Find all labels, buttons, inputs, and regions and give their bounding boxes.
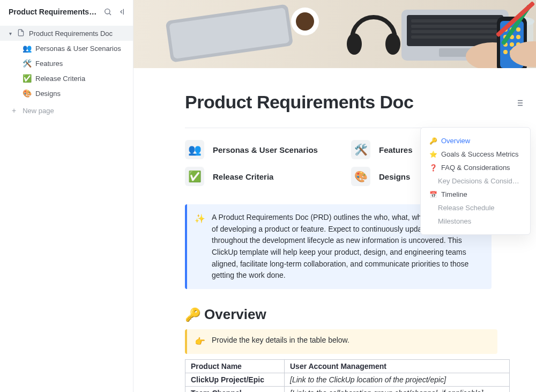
features-icon: 🛠️: [351, 140, 370, 159]
release-criteria-icon: ✅: [185, 167, 204, 186]
collapse-sidebar-icon[interactable]: [118, 7, 128, 17]
plus-icon: +: [12, 106, 16, 115]
table-row-label: Team Channel: [185, 386, 285, 392]
sidebar-item-label: Product Requirements Doc: [29, 29, 128, 38]
svg-point-32: [503, 50, 508, 54]
designs-icon: 🎨: [351, 167, 370, 186]
sparkles-icon: ✨: [195, 212, 205, 282]
calendar-icon: 📅: [429, 191, 437, 198]
overview-hint-callout: 👉 Provide the key details in the table b…: [185, 329, 497, 354]
toc-item-label: Timeline: [441, 190, 467, 198]
toc-item-label: Key Decisions & Consideratio...: [438, 177, 522, 185]
main-content: Product Requirements Doc 👥 Personas & Us…: [133, 0, 536, 392]
personas-icon: 👥: [23, 44, 31, 53]
toc-item-overview[interactable]: 🔑 Overview: [423, 134, 528, 147]
svg-point-28: [516, 35, 520, 39]
key-icon: 🔑: [185, 307, 201, 322]
outline-panel: 🔑 Overview ⭐ Goals & Success Metrics ❓ F…: [420, 127, 531, 235]
section-heading-overview: 🔑 Overview: [185, 306, 497, 323]
page-icon: [17, 29, 25, 38]
svg-point-8: [296, 12, 314, 31]
toc-item-label: Overview: [441, 137, 470, 145]
table-row: ClickUp Project/Epic [Link to the ClickU…: [185, 373, 510, 386]
svg-rect-15: [411, 30, 499, 33]
sidebar-item-root[interactable]: ▾ Product Requirements Doc: [0, 26, 133, 41]
svg-point-0: [105, 9, 110, 14]
svg-rect-14: [411, 25, 499, 28]
sidebar-item-label: Release Criteria: [35, 75, 128, 83]
table-row-label: Product Name: [185, 359, 285, 373]
new-page-label: New page: [23, 107, 54, 115]
features-icon: 🛠️: [23, 59, 31, 68]
svg-point-10: [385, 33, 400, 55]
toc-item-label: Goals & Success Metrics: [441, 150, 519, 158]
toggle-outline-button[interactable]: [515, 98, 524, 109]
section-heading-text: Overview: [204, 306, 266, 323]
sidebar-item-label: Personas & User Scenarios: [35, 45, 128, 53]
table-row: Product Name User Account Management: [185, 359, 510, 373]
toc-item-key-decisions[interactable]: Key Decisions & Consideratio...: [423, 174, 528, 188]
linked-page-label: Personas & User Scenarios: [213, 145, 318, 154]
designs-icon: 🎨: [23, 89, 31, 98]
release-criteria-icon: ✅: [23, 74, 31, 83]
chevron-down-icon[interactable]: ▾: [8, 31, 13, 36]
sidebar-actions: [103, 7, 128, 17]
page-title: Product Requirements Doc: [185, 92, 497, 113]
sidebar-item-label: Designs: [35, 90, 128, 98]
svg-point-9: [347, 33, 362, 55]
sidebar-item-designs[interactable]: 🎨 Designs: [0, 86, 133, 101]
linked-page-label: Release Criteria: [213, 172, 273, 181]
question-icon: ❓: [429, 164, 437, 172]
toc-item-milestones[interactable]: Milestones: [423, 215, 528, 228]
hero-image: [133, 0, 536, 68]
sidebar-header: Product Requirements Doc: [0, 0, 133, 24]
app-root: Product Requirements Doc ▾: [0, 0, 536, 392]
sidebar-title: Product Requirements Doc: [9, 8, 99, 16]
new-page-button[interactable]: + New page: [0, 103, 133, 118]
linked-page-personas[interactable]: 👥 Personas & User Scenarios: [185, 140, 330, 159]
table-row-label: ClickUp Project/Epic: [185, 373, 285, 386]
svg-line-1: [109, 13, 111, 15]
svg-point-30: [510, 42, 514, 47]
linked-page-release-criteria[interactable]: ✅ Release Criteria: [185, 167, 330, 186]
sidebar-item-release-criteria[interactable]: ✅ Release Criteria: [0, 71, 133, 86]
svg-point-25: [516, 27, 520, 32]
svg-rect-16: [411, 35, 499, 39]
toc-item-faq[interactable]: ❓ FAQ & Considerations: [423, 161, 528, 174]
toc-item-label: Milestones: [438, 217, 471, 225]
star-icon: ⭐: [429, 151, 437, 158]
overview-table[interactable]: Product Name User Account Management Cli…: [185, 359, 510, 392]
personas-icon: 👥: [185, 140, 204, 159]
toc-item-label: Release Schedule: [438, 204, 495, 212]
table-row-value[interactable]: [Link to the collaboration group chat/ch…: [285, 386, 510, 392]
toc-item-release-schedule[interactable]: Release Schedule: [423, 201, 528, 215]
pointing-right-icon: 👉: [195, 335, 205, 349]
sidebar-item-features[interactable]: 🛠️ Features: [0, 56, 133, 71]
sidebar-tree: ▾ Product Requirements Doc 👥 Personas & …: [0, 24, 133, 118]
table-row: Team Channel [Link to the collaboration …: [185, 386, 510, 392]
svg-rect-13: [411, 19, 499, 23]
sidebar-item-personas[interactable]: 👥 Personas & User Scenarios: [0, 41, 133, 56]
key-icon: 🔑: [429, 137, 437, 145]
toc-item-timeline[interactable]: 📅 Timeline: [423, 188, 528, 201]
toc-item-goals[interactable]: ⭐ Goals & Success Metrics: [423, 147, 528, 161]
table-row-value[interactable]: [Link to the ClickUp location of the pro…: [285, 373, 510, 386]
toc-item-label: FAQ & Considerations: [441, 164, 510, 172]
search-icon[interactable]: [103, 7, 113, 17]
linked-page-label: Features: [379, 145, 413, 154]
sidebar: Product Requirements Doc ▾: [0, 0, 133, 392]
linked-page-label: Designs: [379, 172, 410, 181]
overview-hint-text: Provide the key details in the table bel…: [212, 335, 349, 349]
sidebar-item-label: Features: [35, 60, 128, 68]
table-row-value[interactable]: User Account Management: [285, 359, 510, 373]
